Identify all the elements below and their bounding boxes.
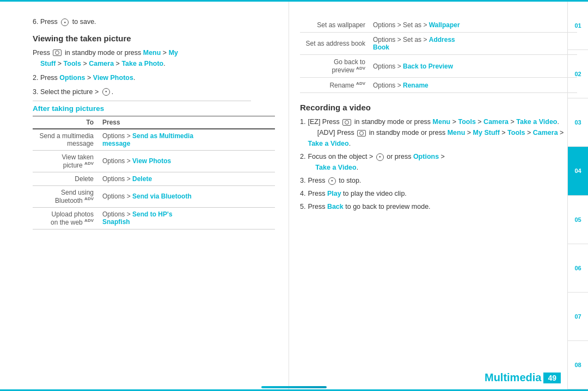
right-column: Set as wallpaper Options > Set as > Wall… <box>289 2 588 389</box>
step5-text: Press Back to go back to preview mode. <box>308 201 430 212</box>
table-row: Set as wallpaper Options > Set as > Wall… <box>300 18 577 33</box>
step3-text: Press ● to stop. <box>308 175 361 186</box>
camera-icon <box>342 119 351 126</box>
wallpaper-label: Set as wallpaper <box>300 18 371 33</box>
bottom-decoration <box>261 386 327 388</box>
viewphotos-link: View Photos <box>93 74 133 82</box>
step6-text: 6. Press ● to save. <box>33 18 275 26</box>
table-row: Go back topreview ADV Options > Back to … <box>300 55 577 78</box>
addressbook-label: Set as address book <box>300 33 371 55</box>
takephoto-link: Take a Photo <box>121 60 163 67</box>
step2-text: Focus on the object > ● or press Options… <box>308 151 444 173</box>
row1-to: Send a multimediamessage <box>33 129 98 151</box>
rename-options: Options > Rename <box>371 78 577 93</box>
left-column: 6. Press ● to save. Viewing the taken pi… <box>0 2 289 389</box>
table-title: After taking pictures <box>33 104 275 113</box>
table-row: Send usingBluetooth ADV Options > Send v… <box>33 185 275 207</box>
footer-label: Multimedia <box>485 371 541 384</box>
viewing-step2: 2. Press Options > View Photos. <box>33 72 275 83</box>
list-item: 5. Press Back to go back to preview mode… <box>300 201 577 212</box>
tools-link: Tools <box>64 60 81 67</box>
step-num: 3. <box>300 175 305 186</box>
col-to-header: To <box>33 116 98 129</box>
row2-to: View takenpicture ADV <box>33 150 98 172</box>
page-footer: Multimedia 49 <box>485 371 561 384</box>
step4-text: Press Play to play the video clip. <box>308 188 406 199</box>
table-row: View takenpicture ADV Options > View Pho… <box>33 150 275 172</box>
wallpaper-table: Set as wallpaper Options > Set as > Wall… <box>300 18 577 93</box>
sidebar-item-01[interactable]: 01 <box>567 2 588 50</box>
wallpaper-options: Options > Set as > Wallpaper <box>371 18 577 33</box>
rename-label: Rename ADV <box>300 78 371 93</box>
row5-press: Options > Send to HP'sSnapfish <box>98 207 275 229</box>
table-row: Rename ADV Options > Rename <box>300 78 577 93</box>
chapter-sidebar: 01 02 03 04 05 06 07 08 <box>567 2 588 389</box>
row3-to: Delete <box>33 172 98 185</box>
addressbook-options: Options > Set as > AddressBook <box>371 33 577 55</box>
list-item: 3. Press ● to stop. <box>300 175 577 186</box>
list-item: 2. Focus on the object > ● or press Opti… <box>300 151 577 173</box>
row5-to: Upload photoson the web ADV <box>33 207 98 229</box>
step-num: 1. <box>300 116 305 149</box>
table-row: Send a multimediamessage Options > Send … <box>33 129 275 151</box>
sidebar-item-05[interactable]: 05 <box>567 196 588 244</box>
divider <box>33 101 251 101</box>
step-num: 5. <box>300 201 305 212</box>
col-press-header: Press <box>98 116 275 129</box>
step1-text: [EZ] Press in standby mode or press Menu… <box>308 116 577 149</box>
menu-link: Menu <box>143 49 161 57</box>
viewing-step3: 3. Select the picture > ●. <box>33 86 275 97</box>
sidebar-item-04[interactable]: 04 <box>567 147 588 195</box>
table-row: Delete Options > Delete <box>33 172 275 185</box>
table-row: Upload photoson the web ADV Options > Se… <box>33 207 275 229</box>
list-item: 4. Press Play to play the video clip. <box>300 188 577 199</box>
sidebar-item-06[interactable]: 06 <box>567 244 588 293</box>
options-link: Options <box>59 74 85 82</box>
list-item: 1. [EZ] Press in standby mode or press M… <box>300 116 577 149</box>
camera-link: Camera <box>89 60 114 67</box>
row3-press: Options > Delete <box>98 172 275 185</box>
step-num: 4. <box>300 188 305 199</box>
preview-label: Go back topreview ADV <box>300 55 371 78</box>
sidebar-item-08[interactable]: 08 <box>567 341 588 389</box>
row2-press: Options > View Photos <box>98 150 275 172</box>
actions-table: To Press Send a multimediamessage Option… <box>33 116 275 229</box>
row4-to: Send usingBluetooth ADV <box>33 185 98 207</box>
after-pictures-section: After taking pictures To Press Send a mu… <box>33 104 275 229</box>
camera-icon <box>357 130 366 136</box>
camera-icon <box>53 49 62 56</box>
step-num: 2. <box>300 151 305 173</box>
row4-press: Options > Send via Bluetooth <box>98 185 275 207</box>
preview-options: Options > Back to Preview <box>371 55 577 78</box>
sidebar-item-03[interactable]: 03 <box>567 98 588 147</box>
recording-title: Recording a video <box>300 103 577 112</box>
recording-steps: 1. [EZ] Press in standby mode or press M… <box>300 116 577 212</box>
sidebar-item-02[interactable]: 02 <box>567 50 588 98</box>
sidebar-item-07[interactable]: 07 <box>567 293 588 341</box>
viewing-body1: Press in standby mode or press Menu > My… <box>33 47 275 69</box>
table-row: Set as address book Options > Set as > A… <box>300 33 577 55</box>
footer-page: 49 <box>543 373 561 383</box>
viewing-title: Viewing the taken picture <box>33 34 275 43</box>
row1-press: Options > Send as Multimediamessage <box>98 129 275 151</box>
